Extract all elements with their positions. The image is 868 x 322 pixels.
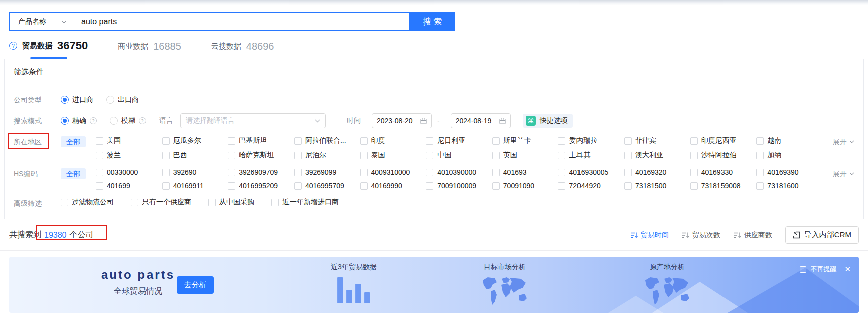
hs-code-checkbox[interactable]: 401699	[96, 182, 159, 190]
hs-code-checkbox[interactable]: 73181500	[624, 182, 687, 190]
checkbox-icon[interactable]	[360, 169, 368, 176]
checkbox-icon[interactable]	[162, 182, 170, 190]
radio-icon[interactable]	[110, 117, 118, 125]
checkbox-icon[interactable]	[96, 169, 103, 176]
hs-code-checkbox[interactable]: 40169990	[360, 182, 423, 190]
hs-expand-link[interactable]: 展开	[819, 168, 854, 179]
checkbox-icon[interactable]	[360, 137, 368, 145]
hs-code-checkbox[interactable]: 00330000	[96, 168, 159, 176]
search-input[interactable]	[74, 17, 409, 26]
checkbox-icon[interactable]	[756, 182, 764, 190]
advanced-checkbox[interactable]: 从中国采购	[208, 198, 254, 207]
checkbox-icon[interactable]	[756, 169, 764, 176]
hs-code-checkbox[interactable]: 40169320	[624, 168, 687, 176]
sort-trade-time[interactable]: 贸易时间	[630, 231, 669, 240]
checkbox-icon[interactable]	[492, 182, 500, 190]
hs-code-checkbox[interactable]: 4016995709	[294, 182, 357, 190]
region-checkbox[interactable]: 英国	[492, 151, 555, 160]
region-checkbox[interactable]: 印度	[360, 136, 423, 145]
region-checkbox[interactable]: 印度尼西亚	[690, 136, 754, 145]
checkbox-icon[interactable]	[492, 137, 500, 145]
hs-code-checkbox[interactable]: 40169390	[756, 168, 819, 176]
region-expand-link[interactable]: 展开	[819, 136, 854, 147]
hs-code-checkbox[interactable]: 4016995209	[228, 182, 291, 190]
checkbox-icon[interactable]	[690, 169, 698, 176]
hs-code-checkbox[interactable]: 7318159008	[690, 182, 754, 190]
radio-importer[interactable]: 进口商	[61, 95, 93, 104]
checkbox-icon[interactable]	[208, 199, 216, 206]
hs-code-checkbox[interactable]: 40169330	[690, 168, 754, 176]
region-checkbox[interactable]: 斯里兰卡	[492, 136, 555, 145]
checkbox-icon[interactable]	[294, 169, 302, 176]
advanced-checkbox[interactable]: 只有一个供应商	[131, 198, 191, 207]
checkbox-icon[interactable]	[624, 169, 632, 176]
checkbox-icon[interactable]	[558, 182, 565, 190]
checkbox-icon[interactable]	[131, 199, 138, 206]
search-category-select[interactable]: 产品名称	[10, 13, 74, 30]
start-date-picker[interactable]: 2023-08-20	[372, 113, 432, 128]
checkbox-icon[interactable]	[624, 182, 632, 190]
hs-code-checkbox[interactable]: 4016930005	[558, 168, 621, 176]
region-checkbox[interactable]: 巴西	[162, 151, 225, 160]
radio-fuzzy[interactable]: 模糊 ?	[110, 116, 146, 125]
checkbox-icon[interactable]	[360, 152, 368, 159]
checkbox-icon[interactable]	[756, 137, 764, 145]
search-button[interactable]: 搜 索	[410, 12, 455, 31]
checkbox-icon[interactable]	[492, 152, 500, 159]
region-checkbox[interactable]: 厄瓜多尔	[162, 136, 225, 145]
region-checkbox[interactable]: 尼日利亚	[426, 136, 489, 145]
region-all-chip[interactable]: 全部	[61, 136, 86, 147]
checkbox-icon[interactable]	[558, 169, 565, 176]
import-crm-button[interactable]: 导入内部CRM	[785, 226, 859, 244]
radio-checked-icon[interactable]	[61, 96, 69, 104]
info-circle-icon[interactable]: ?	[90, 117, 97, 124]
hs-code-checkbox[interactable]: 3926909709	[228, 168, 291, 176]
checkbox-icon[interactable]	[360, 182, 368, 190]
region-checkbox[interactable]: 泰国	[360, 151, 423, 160]
advanced-checkbox[interactable]: 近一年新增进口商	[271, 198, 339, 207]
region-checkbox[interactable]: 委内瑞拉	[558, 136, 621, 145]
checkbox-icon[interactable]	[426, 182, 433, 190]
hs-code-checkbox[interactable]: 392690	[162, 168, 225, 176]
region-checkbox[interactable]: 土耳其	[558, 151, 621, 160]
checkbox-icon[interactable]	[96, 182, 103, 190]
quick-options-button[interactable]: ⌘ 快捷选项	[523, 114, 573, 128]
info-circle-icon[interactable]: ?	[139, 117, 146, 124]
checkbox-icon[interactable]	[96, 137, 103, 145]
close-icon[interactable]: ✕	[844, 265, 851, 274]
checkbox-icon[interactable]	[756, 152, 764, 159]
calendar-icon[interactable]	[499, 118, 506, 124]
radio-icon[interactable]	[106, 96, 114, 104]
region-checkbox[interactable]: 尼泊尔	[294, 151, 357, 160]
region-checkbox[interactable]: 加纳	[756, 151, 819, 160]
hs-code-checkbox[interactable]: 39269099	[294, 168, 357, 176]
radio-exact[interactable]: 精确 ?	[61, 116, 97, 125]
checkbox-icon[interactable]	[624, 137, 632, 145]
radio-checked-icon[interactable]	[61, 117, 69, 125]
hs-code-checkbox[interactable]: 401693	[492, 168, 555, 176]
checkbox-icon[interactable]	[426, 169, 433, 176]
hs-code-checkbox[interactable]: 40169911	[162, 182, 225, 190]
region-checkbox[interactable]: 阿拉伯联合...	[294, 136, 357, 145]
checkbox-icon[interactable]	[624, 152, 632, 159]
checkbox-icon[interactable]	[228, 137, 235, 145]
checkbox-icon[interactable]	[558, 137, 565, 145]
checkbox-icon[interactable]	[426, 152, 433, 159]
hs-code-checkbox[interactable]: 4009310000	[360, 168, 423, 176]
region-checkbox[interactable]: 菲律宾	[624, 136, 687, 145]
checkbox-icon[interactable]	[690, 152, 698, 159]
checkbox-icon[interactable]	[492, 169, 500, 176]
sort-supplier-count[interactable]: 供应商数	[734, 231, 772, 240]
checkbox-icon[interactable]	[96, 152, 103, 159]
checkbox-icon[interactable]	[162, 137, 170, 145]
checkbox-icon[interactable]	[271, 199, 279, 206]
radio-exporter[interactable]: 出口商	[106, 95, 139, 104]
region-checkbox[interactable]: 澳大利亚	[624, 151, 687, 160]
calendar-icon[interactable]	[420, 118, 427, 124]
question-circle-icon[interactable]: ?	[9, 42, 17, 50]
region-checkbox[interactable]: 波兰	[96, 151, 159, 160]
region-checkbox[interactable]: 中国	[426, 151, 489, 160]
sort-trade-count[interactable]: 贸易次数	[682, 231, 720, 240]
hs-code-checkbox[interactable]: 73181600	[756, 182, 819, 190]
hs-all-chip[interactable]: 全部	[61, 168, 86, 179]
